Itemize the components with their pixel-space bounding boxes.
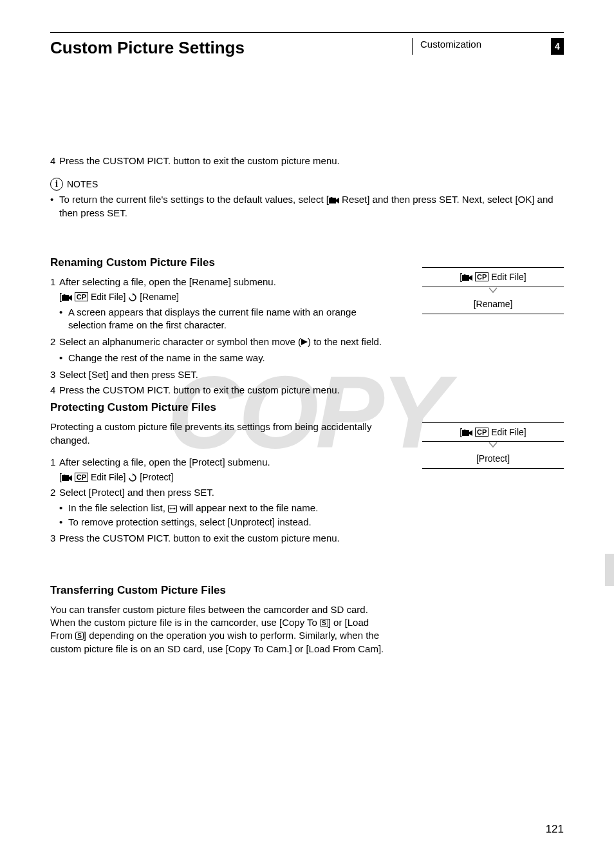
step: 2 Select [Protect] and then press SET. xyxy=(50,486,396,499)
step-text: Select an alphanumeric character or symb… xyxy=(59,335,396,348)
step: 4 Press the CUSTOM PICT. button to exit … xyxy=(50,384,396,397)
svg-marker-13 xyxy=(469,275,472,281)
section-heading-protect: Protecting Custom Picture Files xyxy=(50,401,396,415)
text: Change the rest of the name in the same … xyxy=(68,352,396,364)
step-number: 3 xyxy=(50,368,59,381)
step: 3 Press the CUSTOM PICT. button to exit … xyxy=(50,532,396,545)
step: 1 After selecting a file, open the [Prot… xyxy=(50,456,396,469)
intro-paragraph: Protecting a custom picture file prevent… xyxy=(50,420,396,447)
step-number: 4 xyxy=(50,155,59,167)
step-text: Select [Protect] and then press SET. xyxy=(59,486,396,499)
cp-icon: CP xyxy=(475,428,488,437)
svg-point-2 xyxy=(330,197,333,200)
step-text: Select [Set] and then press SET. xyxy=(59,368,396,381)
sub-bullet: • In the file selection list, ⊶ will app… xyxy=(50,502,396,514)
down-arrow-icon xyxy=(422,442,564,449)
menu-row: [Rename] xyxy=(422,295,564,314)
menu-row: [Protect] xyxy=(422,449,564,469)
svg-point-10 xyxy=(63,475,66,477)
svg-point-5 xyxy=(63,294,66,297)
step-number: 4 xyxy=(50,384,59,397)
camera-icon xyxy=(329,196,339,204)
page-number: 121 xyxy=(546,823,564,836)
text: A screen appears that displays the curre… xyxy=(68,306,396,332)
text: To remove protection settings, select [U… xyxy=(68,516,396,529)
step: 2 Select an alphanumeric character or sy… xyxy=(50,335,396,348)
text: Select an alphanumeric character or symb… xyxy=(59,336,301,347)
info-icon: i xyxy=(50,178,63,191)
sd-card-icon: S xyxy=(320,619,328,627)
text: Edit File] xyxy=(488,427,526,437)
svg-point-14 xyxy=(463,274,466,277)
section-heading-rename: Renaming Custom Picture Files xyxy=(50,256,396,270)
chapter-number-badge: 4 xyxy=(551,38,564,55)
section-heading-transfer: Transferring Custom Picture Files xyxy=(50,583,564,598)
step-number: 1 xyxy=(50,456,59,469)
camera-icon xyxy=(462,274,472,281)
sd-card-icon: S xyxy=(75,632,84,640)
page-title: Custom Picture Settings xyxy=(50,38,245,58)
text: ] depending on the operation you wish to… xyxy=(50,630,384,654)
text: [Protect] xyxy=(137,472,173,482)
step: 1 After selecting a file, open the [Rena… xyxy=(50,276,396,288)
camera-icon xyxy=(462,429,472,437)
menu-path: [ CP Edit File] [Rename] xyxy=(50,291,396,303)
step-text: Press the CUSTOM PICT. button to exit th… xyxy=(59,384,396,397)
menu-path: [ CP Edit File] [Protect] xyxy=(50,471,396,484)
header-category: Customization xyxy=(412,38,487,55)
text: Edit File] xyxy=(88,472,128,482)
menu-panel-rename: [ CP Edit File] [Rename] xyxy=(422,267,564,314)
step-text: Press the CUSTOM PICT. button to exit th… xyxy=(59,532,381,545)
text: Edit File] xyxy=(88,292,128,302)
sub-bullet: • A screen appears that displays the cur… xyxy=(50,306,396,332)
menu-row: [ CP Edit File] xyxy=(422,267,564,287)
notes-label: NOTES xyxy=(67,178,98,191)
menu-row: [ CP Edit File] xyxy=(422,422,564,442)
text: In the file selection list, xyxy=(68,502,168,513)
step-text: After selecting a file, open the [Protec… xyxy=(59,456,396,469)
cp-icon: CP xyxy=(475,272,488,281)
svg-marker-7 xyxy=(301,339,308,345)
step-text: After selecting a file, open the [Rename… xyxy=(59,276,396,288)
text: [Rename] xyxy=(137,292,179,302)
step-number: 3 xyxy=(50,532,59,545)
step-number: 2 xyxy=(50,486,59,499)
sub-bullet: • To remove protection settings, select … xyxy=(50,516,396,529)
notes-bullet: • To return the current file's settings … xyxy=(50,193,564,220)
text: will appear next to the file name. xyxy=(177,502,318,513)
sub-bullet: • Change the rest of the name in the sam… xyxy=(50,352,396,364)
text: ) to the next field. xyxy=(308,336,382,347)
play-icon xyxy=(301,339,308,345)
svg-marker-9 xyxy=(69,475,72,481)
svg-marker-4 xyxy=(69,295,72,301)
step: 3 Select [Set] and then press SET. xyxy=(50,368,396,381)
step-text: Press the CUSTOM PICT. button to exit th… xyxy=(59,155,381,167)
camera-icon xyxy=(62,474,72,482)
svg-point-17 xyxy=(463,429,466,432)
cp-icon: CP xyxy=(75,292,88,301)
notes-block: i NOTES • To return the current file's s… xyxy=(50,178,564,220)
step-number: 1 xyxy=(50,276,59,288)
menu-panel-protect: [ CP Edit File] [Protect] xyxy=(422,422,564,469)
text: To return the current file's settings to… xyxy=(59,194,329,205)
step-number: 2 xyxy=(50,335,59,348)
step: 4 Press the CUSTOM PICT. button to exit … xyxy=(50,155,564,167)
down-arrow-icon xyxy=(422,287,564,295)
lock-icon: ⊶ xyxy=(168,505,177,513)
page-header: Custom Picture Settings Customization 4 xyxy=(50,32,564,58)
text: Edit File] xyxy=(488,272,526,282)
cycle-icon xyxy=(128,293,137,302)
side-tab xyxy=(605,554,614,586)
svg-marker-16 xyxy=(469,430,472,436)
cp-icon: CP xyxy=(75,473,88,482)
camera-icon xyxy=(62,294,72,301)
cycle-icon xyxy=(128,473,137,482)
transfer-paragraph: You can transfer custom picture files be… xyxy=(50,603,391,656)
